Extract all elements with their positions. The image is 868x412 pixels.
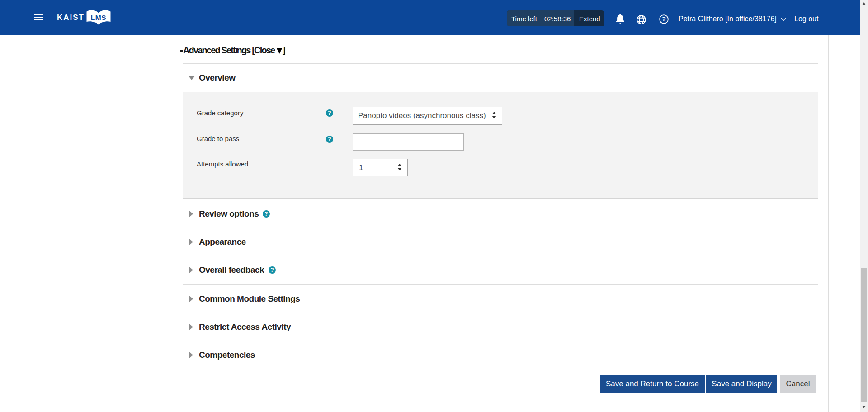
svg-text:LMS: LMS (91, 14, 107, 21)
svg-text:?: ? (662, 15, 666, 23)
